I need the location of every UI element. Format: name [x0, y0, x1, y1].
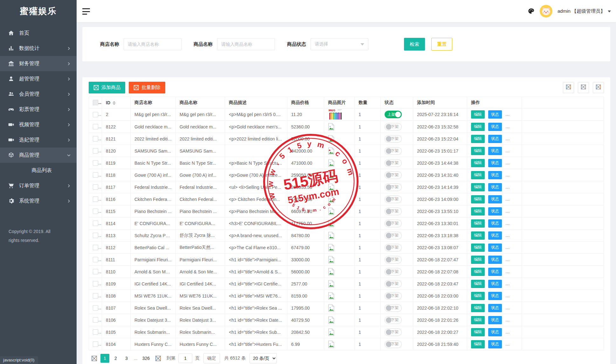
- broken-image-file-icon[interactable]: [328, 135, 334, 143]
- edit-button[interactable]: 编辑: [471, 195, 485, 203]
- edit-button[interactable]: 编辑: [471, 256, 485, 264]
- edit-button[interactable]: 编辑: [471, 147, 485, 155]
- delete-button[interactable]: 删除: [505, 195, 519, 203]
- status-toggle[interactable]: 下架: [385, 292, 402, 300]
- table-tool-button-1[interactable]: [563, 82, 574, 93]
- status-button[interactable]: 状态: [488, 147, 502, 155]
- edit-button[interactable]: 编辑: [471, 219, 485, 228]
- status-toggle[interactable]: 下架: [385, 159, 402, 167]
- edit-button[interactable]: 编辑: [471, 292, 485, 300]
- broken-image-file-icon[interactable]: [328, 280, 334, 288]
- broken-image-file-icon[interactable]: [328, 244, 334, 251]
- row-checkbox[interactable]: [93, 124, 98, 129]
- status-button[interactable]: 状态: [488, 292, 502, 300]
- delete-button[interactable]: 删除: [505, 280, 519, 288]
- status-toggle[interactable]: 下架: [385, 304, 402, 312]
- delete-button[interactable]: 删除: [505, 171, 519, 179]
- reset-button[interactable]: 重置: [431, 38, 452, 51]
- delete-button[interactable]: 删除: [505, 340, 519, 348]
- status-button[interactable]: 状态: [488, 219, 502, 228]
- sidebar-item[interactable]: 首页: [0, 25, 77, 41]
- row-checkbox[interactable]: [93, 257, 98, 262]
- row-checkbox[interactable]: [93, 160, 98, 166]
- broken-image-file-icon[interactable]: [328, 256, 334, 264]
- row-checkbox[interactable]: [93, 148, 98, 154]
- status-button[interactable]: 状态: [488, 268, 502, 276]
- sidebar-item[interactable]: 彩票管理: [0, 102, 77, 117]
- edit-button[interactable]: 编辑: [471, 159, 485, 167]
- row-checkbox[interactable]: [93, 329, 98, 335]
- edit-button[interactable]: 编辑: [471, 244, 485, 252]
- page-number[interactable]: 1: [100, 354, 109, 363]
- delete-button[interactable]: 删除: [505, 304, 519, 312]
- table-tool-button-3[interactable]: [593, 82, 604, 93]
- product-status-select[interactable]: 请选择: [311, 38, 368, 50]
- status-button[interactable]: 状态: [488, 231, 502, 240]
- status-toggle[interactable]: 下架: [385, 147, 402, 155]
- broken-image-file-icon[interactable]: [328, 171, 334, 179]
- sidebar-item[interactable]: 会员管理: [0, 86, 77, 102]
- sort-icon[interactable]: [113, 101, 116, 105]
- sidebar-item[interactable]: 系统管理: [0, 193, 77, 209]
- product-name-input[interactable]: [217, 38, 275, 50]
- status-toggle[interactable]: 下架: [385, 135, 402, 143]
- row-checkbox[interactable]: [93, 245, 98, 250]
- status-button[interactable]: 状态: [488, 244, 502, 252]
- prev-page-button[interactable]: [91, 355, 98, 362]
- next-page-button[interactable]: [154, 355, 161, 362]
- edit-button[interactable]: 编辑: [471, 135, 485, 143]
- delete-button[interactable]: 删除: [505, 147, 519, 155]
- delete-button[interactable]: 删除: [505, 123, 519, 131]
- status-toggle[interactable]: 下架: [385, 183, 402, 191]
- delete-button[interactable]: 删除: [505, 110, 519, 119]
- sidebar-item[interactable]: 超管管理: [0, 71, 77, 86]
- status-button[interactable]: 状态: [488, 340, 502, 348]
- status-toggle[interactable]: 下架: [385, 232, 402, 239]
- add-product-button[interactable]: 添加商品: [89, 82, 125, 93]
- status-button[interactable]: 状态: [488, 183, 502, 191]
- row-checkbox[interactable]: [93, 221, 98, 226]
- edit-button[interactable]: 编辑: [471, 340, 485, 348]
- avatar[interactable]: [540, 5, 552, 17]
- sidebar-item[interactable]: 数据统计: [0, 41, 77, 56]
- edit-button[interactable]: 编辑: [471, 183, 485, 191]
- sidebar-item[interactable]: 选妃管理: [0, 132, 77, 148]
- batch-delete-button[interactable]: 批量删除: [129, 82, 165, 93]
- edit-button[interactable]: 编辑: [471, 280, 485, 288]
- page-number[interactable]: 3: [122, 354, 131, 363]
- row-checkbox[interactable]: [93, 172, 98, 178]
- edit-button[interactable]: 编辑: [471, 328, 485, 336]
- edit-button[interactable]: 编辑: [471, 207, 485, 216]
- broken-image-file-icon[interactable]: [328, 340, 334, 348]
- broken-image-file-icon[interactable]: [328, 208, 334, 215]
- delete-button[interactable]: 删除: [505, 183, 519, 191]
- status-toggle[interactable]: 下架: [385, 244, 402, 251]
- delete-button[interactable]: 删除: [505, 207, 519, 216]
- row-checkbox[interactable]: [93, 341, 98, 347]
- edit-button[interactable]: 编辑: [471, 304, 485, 312]
- broken-image-file-icon[interactable]: [328, 147, 334, 155]
- broken-image-file-icon[interactable]: [328, 183, 334, 191]
- sidebar-item[interactable]: 订单管理: [0, 178, 77, 193]
- theme-palette-icon[interactable]: [528, 8, 535, 15]
- status-toggle[interactable]: 下架: [385, 340, 402, 348]
- row-checkbox[interactable]: [93, 281, 98, 286]
- status-toggle[interactable]: 下架: [385, 171, 402, 179]
- edit-button[interactable]: 编辑: [471, 110, 485, 119]
- sidebar-subitem[interactable]: 商品列表: [0, 163, 77, 178]
- row-checkbox[interactable]: [93, 269, 98, 274]
- sidebar-item[interactable]: 商品管理: [0, 148, 77, 163]
- broken-image-file-icon[interactable]: [328, 292, 334, 300]
- status-button[interactable]: 状态: [488, 110, 502, 119]
- broken-image-file-icon[interactable]: [328, 232, 334, 239]
- delete-button[interactable]: 删除: [505, 159, 519, 167]
- menu-toggle-icon[interactable]: [82, 8, 91, 15]
- status-toggle[interactable]: 下架: [385, 256, 402, 264]
- status-button[interactable]: 状态: [488, 280, 502, 288]
- status-button[interactable]: 状态: [488, 195, 502, 203]
- select-all-checkbox[interactable]: [93, 100, 98, 105]
- delete-button[interactable]: 删除: [505, 135, 519, 143]
- page-number[interactable]: 326: [140, 354, 152, 363]
- edit-button[interactable]: 编辑: [471, 171, 485, 179]
- broken-image-file-icon[interactable]: [328, 196, 334, 203]
